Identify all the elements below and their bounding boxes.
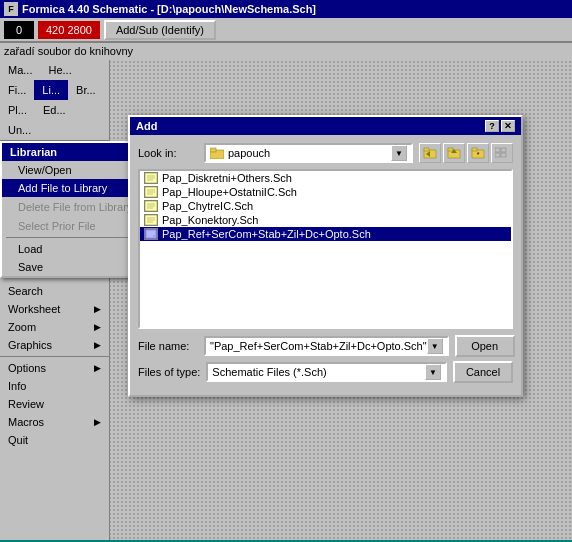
file-item-3[interactable]: Pap_ChytreIC.Sch [140, 199, 511, 213]
status-bar: zařadí soubor do knihovny [0, 42, 572, 60]
look-in-row: Look in: papouch ▼ [138, 143, 513, 163]
top-menu-row: Ma... He... Fi... Li... Br... Pl... Ed..… [0, 60, 109, 141]
menu-macros[interactable]: Macros ▶ [0, 413, 109, 431]
menu-item-li[interactable]: Li... [34, 80, 68, 100]
file-type-value: Schematic Files (*.Sch) [212, 366, 326, 378]
main-area: Ma... He... Fi... Li... Br... Pl... Ed..… [0, 60, 572, 540]
dialog-body: Look in: papouch ▼ [130, 135, 521, 395]
svg-text:*: * [477, 151, 480, 158]
file-name-dropdown-arrow[interactable]: ▼ [427, 338, 443, 354]
left-menu: Search Worksheet ▶ Zoom ▶ Graphics ▶ Opt… [0, 282, 109, 449]
add-dialog: Add ? ✕ Look in: [128, 115, 523, 397]
file-name-input[interactable]: "Pap_Ref+SerCom+Stab+Zil+Dc+Opto.Sch" ▼ [204, 336, 449, 356]
svg-rect-9 [495, 148, 500, 152]
menu-item-un[interactable]: Un... [0, 120, 39, 140]
divider-1 [0, 356, 109, 357]
title-bar: F Formica 4.40 Schematic - [D:\papouch\N… [0, 0, 572, 18]
status-text: zařadí soubor do knihovny [4, 45, 133, 57]
coords-display: 420 2800 [38, 21, 100, 39]
dialog-title-text: Add [136, 120, 157, 132]
dialog-close-button[interactable]: ✕ [501, 120, 515, 132]
look-in-label: Look in: [138, 147, 198, 159]
svg-rect-11 [495, 153, 500, 157]
action-button[interactable]: Add/Sub (Identify) [104, 20, 216, 40]
counter-display: 0 [4, 21, 34, 39]
file-type-dropdown-arrow[interactable]: ▼ [425, 364, 441, 380]
file-list[interactable]: Pap_Diskretni+Others.Sch Pap_Hloupe+Osta… [138, 169, 513, 329]
menu-worksheet[interactable]: Worksheet ▶ [0, 300, 109, 318]
menu-zoom[interactable]: Zoom ▶ [0, 318, 109, 336]
file-type-row: Files of type: Schematic Files (*.Sch) ▼… [138, 361, 513, 383]
nav-back-button[interactable] [419, 143, 441, 163]
file-item-5[interactable]: Pap_Ref+SerCom+Stab+Zil+Dc+Opto.Sch [140, 227, 511, 241]
file-type-select[interactable]: Schematic Files (*.Sch) ▼ [206, 362, 447, 382]
svg-rect-12 [501, 153, 506, 157]
file-name-row: File name: "Pap_Ref+SerCom+Stab+Zil+Dc+O… [138, 335, 513, 357]
folder-icon [210, 147, 224, 159]
dialog-nav-toolbar: * [419, 143, 513, 163]
svg-rect-10 [501, 148, 506, 152]
open-button[interactable]: Open [455, 335, 515, 357]
file-item-4[interactable]: Pap_Konektory.Sch [140, 213, 511, 227]
svg-rect-1 [210, 148, 216, 152]
dialog-title-bar: Add ? ✕ [130, 117, 521, 135]
file-name-value: "Pap_Ref+SerCom+Stab+Zil+Dc+Opto.Sch" [210, 340, 427, 352]
menu-graphics[interactable]: Graphics ▶ [0, 336, 109, 354]
look-in-select[interactable]: papouch ▼ [204, 143, 413, 163]
file-icon-4 [144, 214, 158, 226]
menu-item-he[interactable]: He... [40, 60, 79, 80]
app-icon: F [4, 2, 18, 16]
file-icon-3 [144, 200, 158, 212]
file-name-label: File name: [138, 340, 198, 352]
nav-new-folder-button[interactable]: * [467, 143, 489, 163]
cancel-button[interactable]: Cancel [453, 361, 513, 383]
menu-review[interactable]: Review [0, 395, 109, 413]
menu-item-ma[interactable]: Ma... [0, 60, 40, 80]
menu-info[interactable]: Info [0, 377, 109, 395]
nav-view-button[interactable] [491, 143, 513, 163]
svg-rect-5 [448, 148, 453, 151]
menu-options[interactable]: Options ▶ [0, 359, 109, 377]
file-icon-5 [144, 228, 158, 240]
look-in-dropdown-arrow[interactable]: ▼ [391, 145, 407, 161]
dialog-title-buttons: ? ✕ [485, 120, 515, 132]
menu-item-br[interactable]: Br... [68, 80, 104, 100]
menu-item-fi[interactable]: Fi... [0, 80, 34, 100]
left-panel: Ma... He... Fi... Li... Br... Pl... Ed..… [0, 60, 110, 540]
look-in-value: papouch [228, 147, 270, 159]
toolbar: 0 420 2800 Add/Sub (Identify) [0, 18, 572, 42]
file-icon-2 [144, 186, 158, 198]
menu-item-pl[interactable]: Pl... [0, 100, 35, 120]
file-icon-1 [144, 172, 158, 184]
title-text: Formica 4.40 Schematic - [D:\papouch\New… [22, 3, 316, 15]
svg-rect-3 [424, 148, 429, 151]
file-type-label: Files of type: [138, 366, 200, 378]
nav-up-button[interactable] [443, 143, 465, 163]
menu-quit[interactable]: Quit [0, 431, 109, 449]
dialog-help-button[interactable]: ? [485, 120, 499, 132]
file-item-2[interactable]: Pap_Hloupe+OstatniIC.Sch [140, 185, 511, 199]
file-item-1[interactable]: Pap_Diskretni+Others.Sch [140, 171, 511, 185]
menu-item-ed[interactable]: Ed... [35, 100, 74, 120]
menu-search[interactable]: Search [0, 282, 109, 300]
